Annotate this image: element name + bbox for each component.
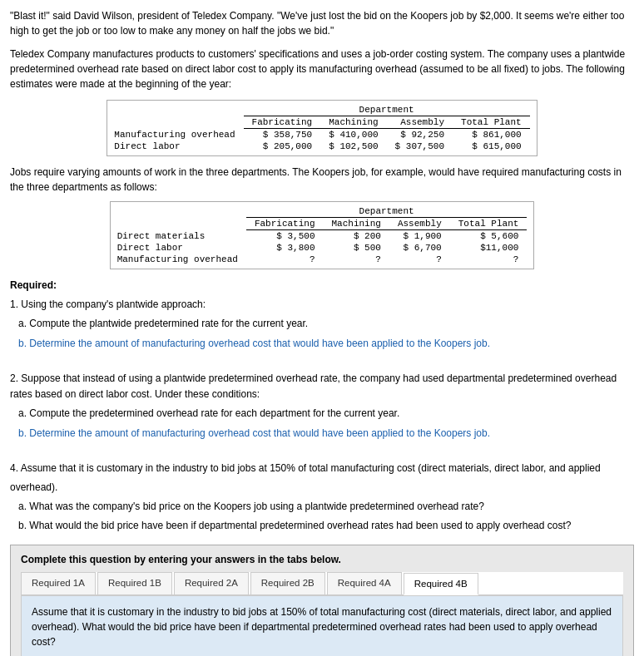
- table-row: Manufacturing overhead ? ? ? ?: [117, 254, 528, 265]
- tab-required-1b[interactable]: Required 1B: [97, 572, 172, 594]
- table1-col-assembly: Assembly: [387, 116, 453, 129]
- table1-col-machining: Machining: [320, 116, 386, 129]
- table2-col-total: Total Plant: [450, 218, 528, 230]
- table1-dept-header: Department: [244, 104, 530, 116]
- tabs-row: Required 1A Required 1B Required 2A Requ…: [21, 572, 623, 596]
- table-row: Manufacturing overhead $ 358,750 $ 410,0…: [114, 129, 529, 141]
- req1a-text: a. Compute the plantwide predetermined r…: [10, 316, 634, 332]
- table2-col-fabricating: Fabricating: [246, 218, 324, 230]
- complete-box: Complete this question by entering your …: [10, 545, 634, 656]
- intro-paragraph2: Teledex Company manufactures products to…: [10, 47, 634, 91]
- req1-main: 1. Using the company's plantwide approac…: [10, 297, 634, 313]
- tab-required-4b[interactable]: Required 4B: [404, 573, 478, 595]
- tab-required-1a[interactable]: Required 1A: [21, 572, 96, 594]
- table2-dept-header: Department: [246, 205, 527, 218]
- req2-main: 2. Suppose that instead of using a plant…: [10, 371, 634, 402]
- required-title: Required:: [10, 278, 634, 293]
- req4-overhead: overhead).: [10, 480, 634, 496]
- table1-col-fabricating: Fabricating: [244, 116, 321, 129]
- req4b-text: b. What would the bid price have been if…: [10, 518, 634, 534]
- tab-content-4b: Assume that it is customary in the indus…: [21, 596, 623, 656]
- req1b-text: b. Determine the amount of manufacturing…: [10, 336, 634, 352]
- table2-wrapper: Department Fabricating Machining Assembl…: [10, 201, 634, 269]
- table1-col-total: Total Plant: [453, 116, 530, 129]
- table2-col-machining: Machining: [324, 218, 389, 230]
- table-row: Direct labor $ 205,000 $ 102,500 $ 307,5…: [114, 141, 529, 152]
- tab-required-2b[interactable]: Required 2B: [250, 572, 325, 594]
- table2: Department Fabricating Machining Assembl…: [117, 205, 528, 265]
- req4a-text: a. What was the company's bid price on t…: [10, 499, 634, 515]
- table-row: Direct labor $ 3,800 $ 500 $ 6,700 $11,0…: [117, 242, 528, 254]
- table-row: Direct materials $ 3,500 $ 200 $ 1,900 $…: [117, 230, 528, 243]
- tab-required-2a[interactable]: Required 2A: [174, 572, 249, 594]
- mid-text: Jobs require varying amounts of work in …: [10, 165, 634, 195]
- req4-main: 4. Assume that it is customary in the in…: [10, 461, 634, 476]
- required-section: Required: 1. Using the company's plantwi…: [10, 278, 634, 535]
- tab-content-text: Assume that it is customary in the indus…: [32, 604, 612, 649]
- table1-wrapper: Department Fabricating Machining Assembl…: [10, 100, 634, 156]
- req2b-text: b. Determine the amount of manufacturing…: [10, 426, 634, 441]
- complete-box-title: Complete this question by entering your …: [21, 554, 623, 565]
- tab-required-4a[interactable]: Required 4A: [327, 572, 402, 594]
- req2a-text: a. Compute the predetermined overhead ra…: [10, 406, 634, 422]
- intro-paragraph1: "Blast it!" said David Wilson, president…: [10, 8, 634, 38]
- table2-col-assembly: Assembly: [389, 218, 450, 230]
- table1: Department Fabricating Machining Assembl…: [114, 104, 529, 152]
